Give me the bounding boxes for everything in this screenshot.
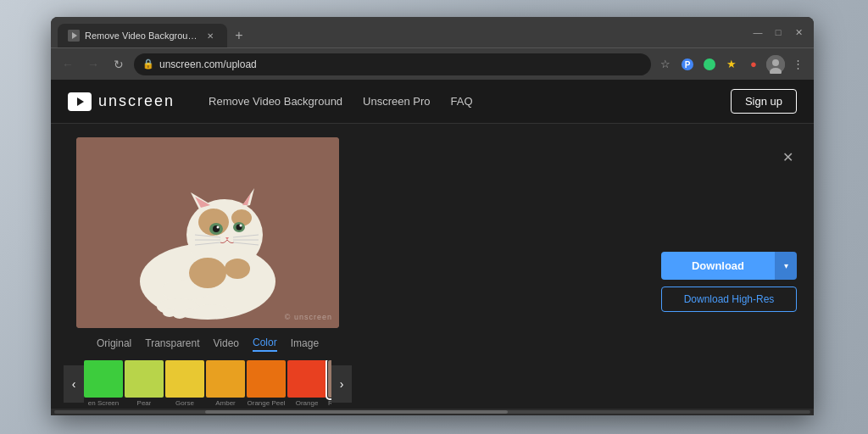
scrollbar-area [51,409,814,415]
minimize-button[interactable]: — [749,24,766,41]
tab-image[interactable]: Image [291,337,319,351]
extension-red-icon[interactable]: ● [744,55,763,74]
svg-point-23 [217,226,220,229]
close-panel-button[interactable]: ✕ [779,146,797,169]
video-container: © unscreen [76,137,339,328]
swatch-item[interactable]: en Screen [84,360,123,407]
scrollbar-track [54,410,810,414]
swatch-item[interactable]: Gorse [165,360,204,407]
swatch-prev-button[interactable]: ‹ [64,365,84,403]
swatches-list: en ScreenPearGorseAmberOrange PeelOrange… [84,360,331,407]
swatch-label: Pear [137,399,152,407]
tab-video[interactable]: Video [214,337,239,351]
download-row: Download ▾ [661,252,797,280]
forward-button[interactable]: → [83,54,103,75]
svg-point-24 [240,225,242,227]
color-swatches-container: ‹ en ScreenPearGorseAmberOrange PeelOran… [64,360,352,407]
signup-button[interactable]: Sign up [731,89,797,114]
extension-icon-2[interactable] [700,55,719,74]
logo-area: unscreen [68,92,175,111]
back-button[interactable]: ← [58,54,78,75]
active-tab[interactable]: Remove Video Background – Un... ✕ [58,24,227,47]
watermark: © unscreen [285,313,332,321]
svg-point-34 [195,304,229,318]
svg-text:P: P [685,60,691,70]
swatch-label: en Screen [88,399,119,407]
svg-point-6 [772,59,779,66]
download-hires-button[interactable]: Download High-Res [661,287,797,312]
bookmark-icon[interactable]: ☆ [656,55,675,74]
swatch-item[interactable]: Orange [287,360,326,407]
main-area: © unscreen Original Transparent Video Co… [51,124,814,409]
color-swatches: ‹ en ScreenPearGorseAmberOrange PeelOran… [64,360,352,407]
browser-window: Remove Video Background – Un... ✕ + — □ … [51,17,814,415]
page-content: unscreen Remove Video Background Unscree… [51,80,814,415]
url-bar[interactable]: 🔒 unscreen.com/upload [134,53,651,75]
swatch-color [125,360,164,398]
download-dropdown-button[interactable]: ▾ [775,252,797,280]
media-tabs: Original Transparent Video Color Image [97,337,319,352]
swatch-label: Gorse [175,399,194,407]
svg-point-38 [189,258,226,288]
url-text: unscreen.com/upload [159,58,643,70]
nav-link-faq[interactable]: FAQ [451,95,473,108]
swatch-label: Amber [215,399,236,407]
tab-color[interactable]: Color [253,337,277,352]
title-bar: Remove Video Background – Un... ✕ + — □ … [51,17,814,47]
swatch-color [247,360,286,398]
lock-icon: 🔒 [142,58,154,70]
address-bar: ← → ↻ 🔒 unscreen.com/upload ☆ P ★ ● ⋮ [51,47,814,80]
new-tab-button[interactable]: + [227,24,251,47]
right-panel: ✕ Download ▾ Download High-Res [661,137,797,312]
logo-icon [68,92,92,111]
star-icon[interactable]: ★ [722,55,741,74]
maximize-button[interactable]: □ [770,24,787,41]
tab-transparent[interactable]: Transparent [145,337,199,351]
tab-label: Remove Video Background – Un... [85,31,198,41]
swatch-color [206,360,245,398]
toolbar-right: ☆ P ★ ● ⋮ [656,55,807,74]
swatch-item[interactable]: Orange Peel [247,360,286,407]
site-navbar: unscreen Remove Video Background Unscree… [51,80,814,124]
swatch-color [84,360,123,398]
tab-area: Remove Video Background – Un... ✕ + [58,17,743,47]
tab-favicon [68,30,80,42]
nav-links: Remove Video Background Unscreen Pro FAQ [209,95,731,108]
logo-text: unscreen [98,92,175,110]
close-btn-area: ✕ [661,146,797,169]
nav-link-remove-bg[interactable]: Remove Video Background [209,95,342,108]
extension-icon-1[interactable]: P [678,55,697,74]
tab-original[interactable]: Original [97,337,131,351]
scrollbar-thumb[interactable] [205,410,508,414]
svg-point-39 [225,259,250,279]
swatch-label: Orange [296,399,319,407]
close-button[interactable]: ✕ [790,24,807,41]
refresh-button[interactable]: ↻ [108,54,129,75]
swatch-color [287,360,326,398]
nav-link-pro[interactable]: Unscreen Pro [363,95,430,108]
swatch-item[interactable]: Amber [206,360,245,407]
swatch-item[interactable]: Pear [125,360,164,407]
swatch-label: Orange Peel [248,399,286,407]
svg-point-4 [704,58,715,70]
media-panel: © unscreen Original Transparent Video Co… [68,137,348,407]
tab-close-button[interactable]: ✕ [203,29,217,42]
profile-icon[interactable] [766,55,785,74]
download-button[interactable]: Download [661,252,775,280]
menu-icon[interactable]: ⋮ [788,55,807,74]
swatch-next-button[interactable]: › [331,365,352,403]
swatch-color [165,360,204,398]
window-controls: — □ ✕ [749,24,807,41]
cat-preview [76,137,339,328]
svg-point-37 [184,309,196,317]
